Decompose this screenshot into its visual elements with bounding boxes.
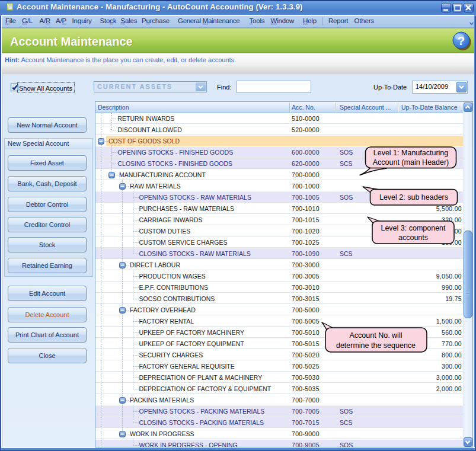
svg-text:?: ?: [458, 34, 465, 47]
svg-text:Account No. will: Account No. will: [350, 331, 402, 340]
svg-text:Level 3: component: Level 3: component: [381, 224, 446, 232]
svg-text:Level 1: Manufacturing: Level 1: Manufacturing: [373, 149, 449, 157]
svg-text:Account (main Header): Account (main Header): [373, 158, 449, 167]
svg-text:accounts: accounts: [398, 234, 428, 242]
svg-text:Level 2: sub headers: Level 2: sub headers: [379, 193, 448, 201]
svg-text:determine the sequence: determine the sequence: [336, 341, 416, 350]
